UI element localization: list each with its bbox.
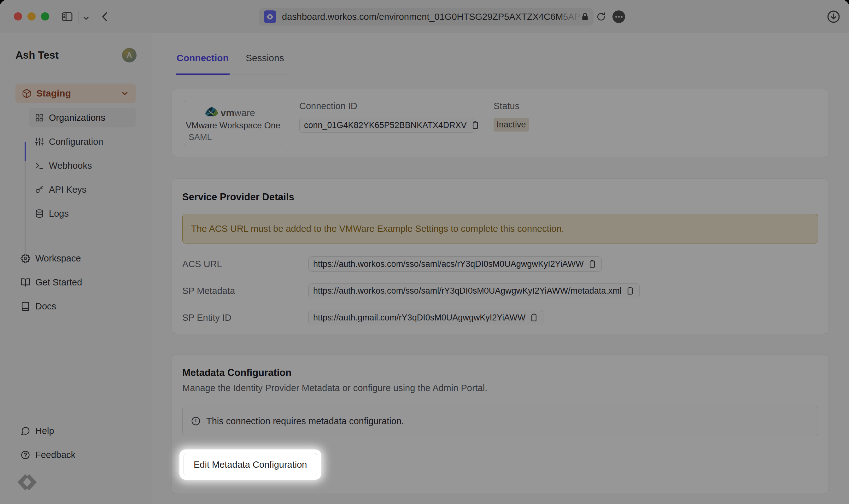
workos-favicon-icon [264, 11, 276, 23]
edit-metadata-configuration-button[interactable]: Edit Metadata Configuration [183, 453, 317, 476]
chevron-down-icon [121, 89, 129, 98]
tab-connection[interactable]: Connection [176, 53, 230, 75]
toolbar-divider [78, 11, 79, 24]
sidebar-item-label: Organizations [49, 113, 105, 123]
copy-icon[interactable] [588, 259, 597, 269]
sp-metadata-label: SP Metadata [182, 286, 308, 296]
sidebar: Ash Test A Staging Organizations [0, 33, 151, 504]
chat-icon [20, 426, 30, 436]
acs-url-label: ACS URL [182, 259, 308, 269]
sp-metadata-row: SP Metadata https://auth.workos.com/sso/… [182, 283, 818, 299]
svg-text:vmware: vmware [221, 108, 255, 118]
sidebar-item-label: Help [35, 426, 54, 436]
tab-bar: Connection Sessions [176, 53, 290, 74]
lock-icon [580, 12, 590, 21]
grid-icon [35, 113, 44, 122]
section-title: Service Provider Details [182, 192, 818, 203]
sidebar-item-webhooks[interactable]: Webhooks [29, 156, 136, 175]
environment-selector[interactable]: Staging [16, 84, 136, 103]
tab-sessions[interactable]: Sessions [245, 53, 285, 74]
browser-window: dashboard.workos.com/environment_01G0HTS… [0, 0, 849, 504]
sidebar-item-get-started[interactable]: Get Started [16, 272, 136, 292]
sp-entity-id-label: SP Entity ID [182, 312, 308, 323]
sidebar-item-label: API Keys [49, 184, 86, 195]
workos-logo-icon [16, 473, 151, 491]
minimize-window-button[interactable] [28, 12, 36, 20]
book-open-icon [20, 277, 30, 287]
metadata-notice: This connection requires metadata config… [182, 406, 818, 436]
sidebar-item-api-keys[interactable]: API Keys [29, 180, 136, 199]
database-icon [35, 209, 44, 218]
service-provider-details-card: Service Provider Details The ACS URL mus… [171, 179, 829, 334]
book-icon [20, 302, 30, 311]
downloads-icon[interactable] [826, 10, 841, 24]
copy-icon[interactable] [626, 286, 635, 295]
vmware-logo-icon: vmware [201, 105, 265, 119]
copy-icon[interactable] [529, 313, 539, 322]
status-label: Status [493, 101, 529, 111]
connection-id-label: Connection ID [299, 101, 474, 111]
sidebar-item-feedback[interactable]: Feedback [16, 445, 136, 465]
metadata-configuration-card: Metadata Configuration Manage the Identi… [171, 354, 829, 494]
sidebar-item-label: Logs [49, 209, 69, 219]
sidebar-item-label: Webhooks [49, 161, 92, 171]
sidebar-item-workspace[interactable]: Workspace [16, 249, 136, 268]
browser-toolbar: dashboard.workos.com/environment_01G0HTS… [0, 0, 849, 33]
traffic-lights [14, 12, 49, 20]
copy-icon[interactable] [471, 121, 480, 130]
status-badge: Inactive [493, 118, 529, 131]
url-text: dashboard.workos.com/environment_01G0HTS… [282, 12, 580, 22]
acs-url-value: https://auth.workos.com/sso/saml/acs/rY3… [308, 256, 602, 272]
connection-id-value: conn_01G4K82YK65P52BBNKATX4DRXV [299, 118, 474, 133]
sidebar-item-label: Docs [35, 301, 56, 312]
sidebar-item-label: Get Started [35, 277, 82, 288]
question-icon [20, 450, 30, 460]
key-icon [35, 185, 44, 194]
provider-name: VMware Workspace One [186, 121, 281, 130]
terminal-icon [35, 161, 44, 170]
tutorial-highlight: Edit Metadata Configuration [179, 449, 321, 480]
alert-icon [191, 416, 201, 426]
cube-icon [22, 89, 32, 98]
sp-entity-id-row: SP Entity ID https://auth.gmail.com/rY3q… [182, 310, 818, 325]
sidebar-item-help[interactable]: Help [16, 421, 136, 440]
sidebar-item-label: Configuration [49, 137, 104, 147]
sidebar-item-label: Feedback [35, 450, 75, 460]
url-fade-text: 5AP [563, 12, 580, 22]
address-bar[interactable]: dashboard.workos.com/environment_01G0HTS… [259, 8, 594, 25]
connection-id-field: Connection ID conn_01G4K82YK65P52BBNKATX… [299, 100, 474, 146]
notice-text: This connection requires metadata config… [206, 416, 404, 427]
sidebar-toggle-icon[interactable] [61, 11, 73, 23]
status-field: Status Inactive [493, 100, 529, 146]
avatar[interactable]: A [122, 48, 137, 62]
sidebar-item-configuration[interactable]: Configuration [29, 132, 136, 151]
sidebar-item-label: Workspace [35, 253, 81, 264]
connection-summary-card: vmware VMware Workspace One SAML Connect… [171, 89, 829, 157]
connection-protocol: SAML [188, 132, 212, 142]
sp-metadata-value: https://auth.workos.com/sso/saml/rY3qDI0… [308, 283, 639, 299]
environment-label: Staging [36, 88, 71, 99]
reload-icon[interactable] [596, 12, 606, 22]
provider-logo-card: vmware VMware Workspace One SAML [184, 100, 282, 146]
page-settings-icon[interactable] [612, 11, 625, 23]
sidebar-item-logs[interactable]: Logs [29, 204, 136, 223]
sliders-icon [35, 137, 44, 146]
nav-rail [24, 142, 26, 258]
section-description: Manage the Identity Provider Metadata or… [182, 383, 818, 393]
chevron-down-icon[interactable] [82, 14, 90, 22]
sidebar-item-organizations[interactable]: Organizations [29, 108, 136, 127]
sp-entity-id-value: https://auth.gmail.com/rY3qDI0sM0UAgwgwK… [308, 310, 543, 325]
acs-url-row: ACS URL https://auth.workos.com/sso/saml… [182, 256, 818, 272]
sidebar-item-docs[interactable]: Docs [16, 296, 136, 316]
workspace-name: Ash Test [16, 49, 59, 61]
zoom-window-button[interactable] [41, 12, 49, 20]
section-title: Metadata Configuration [182, 367, 818, 378]
back-icon[interactable] [98, 10, 112, 23]
main-content: Connection Sessions v [151, 33, 849, 504]
warning-banner: The ACS URL must be added to the VMWare … [182, 214, 818, 244]
close-window-button[interactable] [14, 12, 22, 20]
